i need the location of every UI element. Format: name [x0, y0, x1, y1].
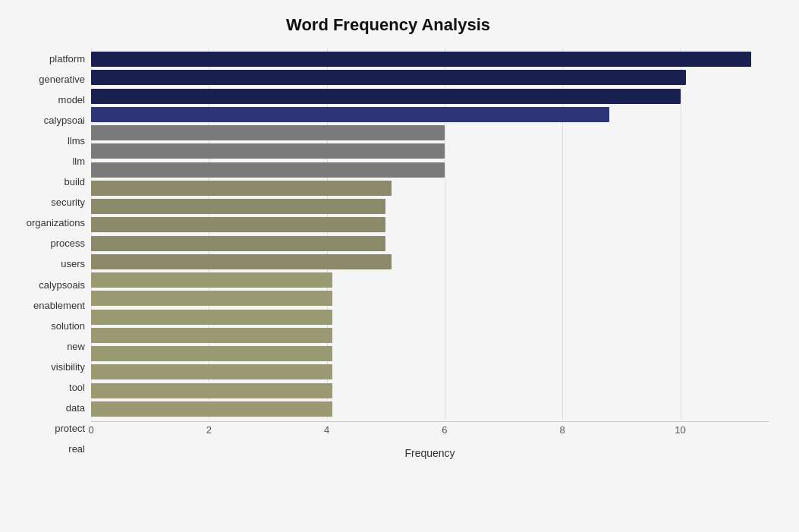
bar	[91, 328, 332, 343]
bar	[91, 236, 385, 251]
bars-and-xaxis: 0246810 Frequency	[91, 49, 769, 459]
bar-row	[91, 87, 769, 105]
bar-row	[91, 253, 769, 271]
y-label: real	[8, 439, 85, 459]
y-label: process	[8, 233, 85, 253]
bar	[91, 52, 751, 67]
y-label: calypsoais	[8, 275, 85, 295]
y-label: organizations	[8, 212, 85, 233]
y-axis: platformgenerativemodelcalypsoaillmsllmb…	[8, 49, 91, 459]
bar	[91, 107, 609, 122]
chart-area: platformgenerativemodelcalypsoaillmsllmb…	[8, 49, 769, 459]
x-axis-label: Frequency	[91, 447, 769, 459]
bars-area	[91, 49, 769, 420]
y-label: security	[8, 192, 85, 212]
chart-container: Word Frequency Analysis platformgenerati…	[0, 0, 799, 532]
bar	[91, 254, 392, 269]
y-label: data	[8, 398, 85, 418]
x-tick: 4	[324, 424, 329, 436]
bar-row	[91, 382, 769, 400]
bar-row	[91, 289, 769, 307]
bar-row	[91, 179, 769, 197]
bar	[91, 401, 332, 417]
y-label: model	[8, 90, 85, 110]
bar-row	[91, 363, 769, 381]
bar-row	[91, 68, 769, 87]
bar	[91, 199, 385, 214]
bar-row	[91, 326, 769, 345]
y-label: tool	[8, 377, 85, 398]
bar-row	[91, 50, 769, 68]
y-label: enablement	[8, 295, 85, 316]
bar	[91, 310, 332, 325]
x-tick: 8	[560, 424, 565, 436]
bar	[91, 272, 332, 288]
bar-row	[91, 345, 769, 363]
bar-row	[91, 235, 769, 253]
bar	[91, 89, 681, 104]
y-label: new	[8, 336, 85, 357]
y-label: visibility	[8, 357, 85, 377]
y-label: users	[8, 253, 85, 274]
y-label: llm	[8, 151, 85, 172]
bar	[91, 346, 332, 361]
bar-row	[91, 105, 769, 124]
x-tick: 10	[675, 424, 685, 436]
y-label: llms	[8, 131, 85, 151]
y-label: calypsoai	[8, 110, 85, 131]
bar	[91, 217, 385, 232]
bar	[91, 143, 445, 159]
bar-row	[91, 400, 769, 418]
bar-row	[91, 124, 769, 142]
bar-row	[91, 197, 769, 216]
bar-row	[91, 216, 769, 234]
x-tick: 0	[88, 424, 93, 436]
chart-title: Word Frequency Analysis	[8, 15, 769, 35]
bar	[91, 364, 332, 379]
bar	[91, 70, 686, 85]
bar	[91, 383, 332, 398]
bar-row	[91, 308, 769, 326]
y-label: solution	[8, 316, 85, 336]
bar	[91, 291, 332, 306]
bar-row	[91, 271, 769, 289]
y-label: build	[8, 172, 85, 192]
y-label: generative	[8, 69, 85, 90]
bar	[91, 125, 445, 140]
y-label: protect	[8, 418, 85, 439]
bar	[91, 181, 392, 196]
x-tick: 6	[442, 424, 447, 436]
x-axis: 0246810 Frequency	[91, 421, 769, 459]
bar	[91, 162, 445, 178]
y-label: platform	[8, 49, 85, 69]
bar-row	[91, 142, 769, 160]
x-tick: 2	[206, 424, 212, 436]
bar-row	[91, 161, 769, 179]
